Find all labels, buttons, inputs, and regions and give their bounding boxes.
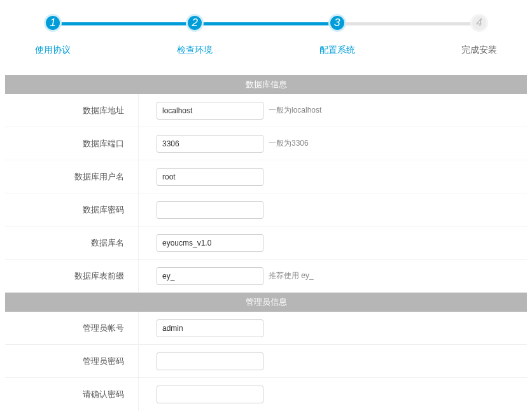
input-db-name[interactable] (157, 234, 263, 252)
label-admin-pass: 管理员密码 (5, 345, 139, 377)
input-db-prefix[interactable] (157, 267, 263, 285)
input-admin-confirm[interactable] (157, 386, 263, 403)
input-db-pass[interactable] (157, 201, 263, 219)
row-db-user: 数据库用户名 (5, 160, 527, 193)
row-admin-user: 管理员帐号 (5, 312, 527, 345)
label-admin-user: 管理员帐号 (5, 312, 139, 344)
step-2[interactable]: 2 检查环境 (182, 14, 207, 56)
input-db-port[interactable] (157, 135, 263, 153)
label-db-host: 数据库地址 (5, 94, 139, 127)
step-3-label: 配置系统 (319, 45, 355, 56)
row-db-prefix: 数据库表前缀 推荐使用 ey_ (5, 260, 527, 293)
label-db-port: 数据库端口 (5, 127, 139, 160)
row-db-pass: 数据库密码 (5, 193, 527, 226)
step-4: 4 完成安装 (466, 14, 492, 56)
step-1[interactable]: 1 使用协议 (40, 14, 66, 56)
row-db-host: 数据库地址 一般为localhost (5, 94, 527, 127)
section-header-db: 数据库信息 (5, 75, 527, 94)
step-bar-1 (59, 22, 201, 25)
step-2-label: 检查环境 (177, 45, 213, 56)
row-db-name: 数据库名 (5, 226, 527, 260)
section-header-admin: 管理员信息 (5, 293, 527, 312)
input-db-host[interactable] (157, 102, 263, 120)
label-db-user: 数据库用户名 (5, 160, 139, 193)
step-4-circle: 4 (470, 14, 488, 32)
step-bar-2 (201, 22, 343, 25)
label-db-pass: 数据库密码 (5, 193, 139, 226)
step-2-circle: 2 (186, 14, 204, 32)
row-db-port: 数据库端口 一般为3306 (5, 127, 527, 160)
step-1-circle: 1 (44, 14, 62, 32)
input-admin-user[interactable] (157, 319, 263, 337)
input-db-user[interactable] (157, 168, 263, 186)
step-bar-3 (344, 22, 486, 25)
label-db-name: 数据库名 (5, 226, 139, 259)
step-1-label: 使用协议 (35, 45, 71, 56)
step-4-label: 完成安装 (461, 45, 497, 56)
label-admin-confirm: 请确认密码 (5, 378, 139, 411)
row-admin-pass: 管理员密码 (5, 345, 527, 378)
label-db-prefix: 数据库表前缀 (5, 260, 139, 292)
input-admin-pass[interactable] (157, 352, 263, 370)
hint-db-host: 一般为localhost (269, 105, 321, 116)
hint-db-prefix: 推荐使用 ey_ (269, 270, 314, 281)
stepper: 1 使用协议 2 检查环境 3 配置系统 4 完成安装 (40, 14, 492, 56)
row-admin-confirm: 请确认密码 (5, 378, 527, 411)
step-3[interactable]: 3 配置系统 (325, 14, 350, 56)
step-3-circle: 3 (328, 14, 346, 32)
hint-db-port: 一般为3306 (269, 138, 309, 149)
